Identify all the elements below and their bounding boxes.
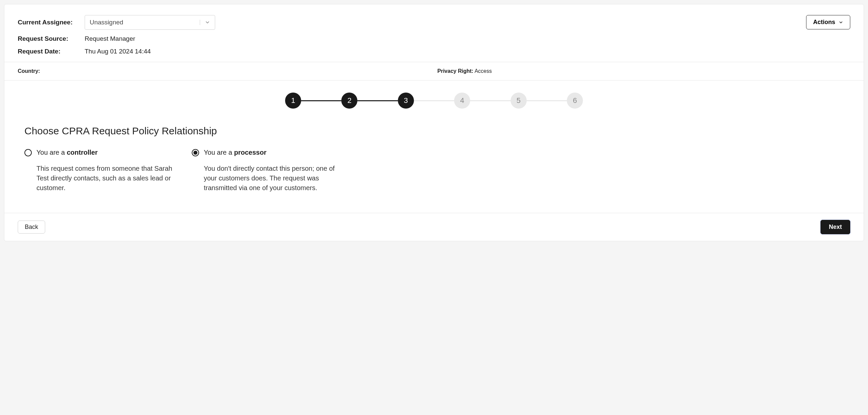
stepper-inner: 123456 — [285, 93, 583, 109]
step-circle: 2 — [341, 93, 358, 109]
meta-row: Country: Privacy Right: Access — [4, 62, 864, 80]
radio-inner-icon — [193, 151, 197, 155]
step-2[interactable]: 2 — [341, 93, 358, 109]
option-title-bold: controller — [67, 149, 97, 156]
step-circle: 3 — [398, 93, 414, 109]
stepper: 123456 — [24, 93, 844, 109]
option-title-prefix: You are a — [36, 149, 67, 156]
source-label: Request Source: — [18, 35, 85, 42]
step-line — [358, 100, 398, 101]
date-row: Request Date: Thu Aug 01 2024 14:44 — [18, 48, 215, 55]
step-4[interactable]: 4 — [454, 93, 470, 109]
step-circle: 6 — [567, 93, 583, 109]
step-circle: 4 — [454, 93, 470, 109]
back-button[interactable]: Back — [18, 220, 45, 234]
privacy-right-label: Privacy Right: — [437, 68, 473, 74]
assignee-label: Current Assignee: — [18, 19, 85, 26]
step-line — [527, 100, 567, 101]
option-header[interactable]: You are a processor — [192, 149, 346, 157]
privacy-right-value: Access — [474, 68, 492, 74]
option-desc: You don't directly contact this person; … — [192, 164, 346, 193]
option-title: You are a processor — [204, 149, 266, 157]
option-title: You are a controller — [36, 149, 98, 157]
actions-label: Actions — [813, 19, 835, 26]
step-5[interactable]: 5 — [510, 93, 527, 109]
body-section: 123456 Choose CPRA Request Policy Relati… — [4, 80, 864, 213]
option-title-bold: processor — [234, 149, 266, 156]
country-label: Country: — [18, 68, 40, 74]
assignee-select-wrap: Unassigned — [85, 15, 215, 30]
info-grid: Current Assignee: Unassigned Request Sou… — [18, 15, 215, 55]
assignee-select[interactable]: Unassigned — [85, 15, 215, 30]
radio-button[interactable] — [192, 149, 199, 157]
radio-button[interactable] — [24, 149, 32, 157]
option-desc: This request comes from someone that Sar… — [24, 164, 178, 193]
step-6[interactable]: 6 — [567, 93, 583, 109]
date-value: Thu Aug 01 2024 14:44 — [85, 48, 151, 55]
request-card: Current Assignee: Unassigned Request Sou… — [4, 4, 864, 241]
chevron-down-icon — [839, 20, 843, 25]
options-row: You are a controllerThis request comes f… — [24, 149, 844, 193]
chevron-down-icon — [200, 20, 210, 25]
footer: Back Next — [4, 213, 864, 241]
step-1[interactable]: 1 — [285, 93, 301, 109]
assignee-row: Current Assignee: Unassigned — [18, 15, 215, 30]
main-heading: Choose CPRA Request Policy Relationship — [24, 125, 844, 137]
source-row: Request Source: Request Manager — [18, 35, 215, 42]
source-value: Request Manager — [85, 35, 135, 42]
country-field: Country: — [18, 68, 431, 74]
step-line — [414, 100, 454, 101]
option-header[interactable]: You are a controller — [24, 149, 178, 157]
step-3[interactable]: 3 — [398, 93, 414, 109]
privacy-right-field: Privacy Right: Access — [431, 68, 850, 74]
step-circle: 1 — [285, 93, 301, 109]
option-title-prefix: You are a — [204, 149, 234, 156]
option-1: You are a processorYou don't directly co… — [192, 149, 346, 193]
step-circle: 5 — [510, 93, 527, 109]
next-button[interactable]: Next — [820, 220, 850, 234]
actions-button[interactable]: Actions — [806, 15, 850, 29]
header-info: Current Assignee: Unassigned Request Sou… — [4, 4, 864, 62]
date-label: Request Date: — [18, 48, 85, 55]
assignee-select-value: Unassigned — [90, 19, 123, 26]
step-line — [301, 100, 341, 101]
step-line — [470, 100, 510, 101]
option-0: You are a controllerThis request comes f… — [24, 149, 178, 193]
